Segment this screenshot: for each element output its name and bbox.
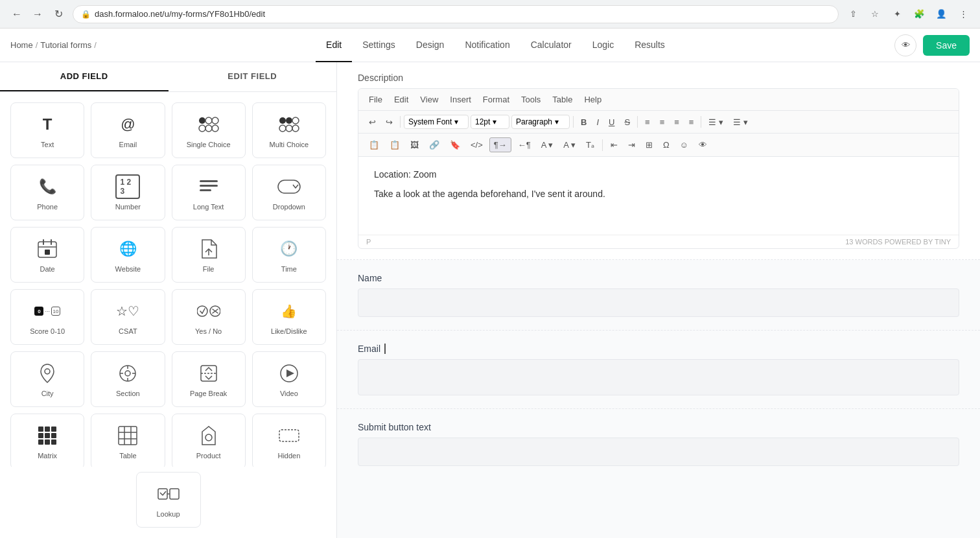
tab-edit[interactable]: Edit [316,29,352,62]
menu-table[interactable]: Table [548,93,576,106]
address-bar[interactable]: 🔒 dash.formaloo.net/u/my-forms/YF8o1Hb0/… [73,5,839,23]
field-item-email[interactable]: @ Email [91,102,165,158]
preview-button[interactable]: 👁 [894,34,916,56]
submit-field-container: Submit button text [337,409,980,479]
align-center-button[interactable]: ≡ [656,115,669,129]
puzzle-button[interactable]: 🧩 [910,5,928,23]
field-item-date[interactable]: Date [10,227,84,283]
menu-tools[interactable]: Tools [517,93,544,106]
editor-content[interactable]: Location: Zoom Take a look at the agenda… [358,157,959,235]
indent-decrease[interactable]: ⇤ [607,138,622,152]
field-item-hidden[interactable]: Hidden [252,414,326,467]
field-item-multi-choice[interactable]: Multi Choice [252,102,326,158]
field-item-single-choice[interactable]: Single Choice [172,102,246,158]
field-item-matrix[interactable]: Matrix [10,414,84,467]
bookmark-button[interactable]: ☆ [866,5,884,23]
ordered-list-button[interactable]: ☰ ▾ [729,115,752,129]
field-item-product[interactable]: Product [172,414,246,467]
highlight-button[interactable]: A ▾ [559,138,579,152]
align-justify-button[interactable]: ≡ [685,115,698,129]
name-field-input[interactable] [358,288,959,317]
menu-edit[interactable]: Edit [390,93,412,106]
field-item-long-text[interactable]: Long Text [172,165,246,220]
field-item-score[interactable]: 0 ··· 10 Score 0-10 [10,289,84,345]
field-item-text[interactable]: T Text [10,102,84,158]
tab-calculator[interactable]: Calculator [520,29,582,62]
file-icon [196,237,221,261]
field-item-table[interactable]: Table [91,414,165,467]
field-item-time[interactable]: 🕐 Time [252,227,326,283]
align-left-button[interactable]: ≡ [641,115,654,129]
field-item-file[interactable]: File [172,227,246,283]
profile-button[interactable]: 👤 [932,5,950,23]
forward-button[interactable]: → [29,5,47,23]
undo-button[interactable]: ↩ [365,115,380,129]
emoji-button[interactable]: ☺ [676,138,692,152]
font-color-button[interactable]: A ▾ [537,138,557,152]
date-label: Date [40,265,55,273]
menu-help[interactable]: Help [580,93,605,106]
field-item-number[interactable]: 1 2 3 Number [91,165,165,220]
menu-format[interactable]: Format [479,93,513,106]
table-btn[interactable]: ⊞ [642,138,657,152]
redo-button[interactable]: ↪ [382,115,397,129]
menu-file[interactable]: File [365,93,386,106]
list-button[interactable]: ☰ ▾ [705,115,727,129]
field-item-website[interactable]: 🌐 Website [91,227,165,283]
file-label: File [203,265,215,273]
menu-insert[interactable]: Insert [446,93,475,106]
field-item-section[interactable]: Section [91,351,165,407]
field-item-page-break[interactable]: Page Break [172,351,246,407]
breadcrumb-tutorial-forms[interactable]: Tutorial forms [40,40,91,50]
font-select[interactable]: System Font ▾ [404,115,469,129]
align-right-button[interactable]: ≡ [670,115,683,129]
tab-logic[interactable]: Logic [582,29,624,62]
tab-settings[interactable]: Settings [352,29,406,62]
description-label: Description [337,62,980,88]
underline-button[interactable]: U [605,115,618,129]
email-field-input[interactable] [358,359,959,395]
special-char-button[interactable]: Ω [659,138,673,152]
font-size-select[interactable]: 12pt ▾ [471,115,509,129]
field-item-phone[interactable]: 📞 Phone [10,165,84,220]
extension-button[interactable]: ✦ [888,5,906,23]
clipboard-button[interactable]: 📋 [386,138,404,152]
back-button[interactable]: ← [8,5,26,23]
link-button[interactable]: 🔗 [425,138,443,152]
bold-button[interactable]: B [577,115,590,129]
preview-toggle[interactable]: 👁 [695,138,711,152]
field-item-yes-no[interactable]: Yes / No [172,289,246,345]
field-item-dropdown[interactable]: Dropdown [252,165,326,220]
field-item-csat[interactable]: ☆♡ CSAT [91,289,165,345]
lookup-label: Lookup [156,510,180,518]
paragraph-style[interactable]: Paragraph ▾ [511,115,570,129]
indent-increase[interactable]: ⇥ [624,138,639,152]
bookmark-btn[interactable]: 🔖 [446,138,464,152]
font-size-adjust[interactable]: Tₐ [582,138,598,152]
breadcrumb-home[interactable]: Home [10,40,33,50]
field-item-video[interactable]: Video [252,351,326,407]
field-item-city[interactable]: City [10,351,84,407]
field-item-like-dislike[interactable]: 👍 Like/Dislike [252,289,326,345]
menu-view[interactable]: View [416,93,442,106]
code-button[interactable]: </> [467,138,487,152]
refresh-button[interactable]: ↻ [49,5,67,23]
tab-edit-field[interactable]: EDIT FIELD [169,62,337,91]
italic-button[interactable]: I [592,115,603,129]
tab-notification[interactable]: Notification [454,29,520,62]
save-button[interactable]: Save [923,35,970,56]
submit-field-input[interactable] [358,438,959,466]
rtl-button[interactable]: ←¶ [514,138,535,152]
text-direction-button[interactable]: ¶→ [489,137,511,152]
strikethrough-button[interactable]: S [620,115,634,129]
paste-button[interactable]: 📋 [365,138,383,152]
svg-point-10 [286,125,292,132]
image-button[interactable]: 🖼 [406,138,423,152]
tab-design[interactable]: Design [406,29,455,62]
svg-rect-55 [158,489,167,499]
tab-results[interactable]: Results [624,29,675,62]
tab-add-field[interactable]: ADD FIELD [0,62,169,91]
share-button[interactable]: ⇧ [844,5,862,23]
menu-button[interactable]: ⋮ [954,5,972,23]
field-item-lookup[interactable]: Lookup [136,472,201,528]
